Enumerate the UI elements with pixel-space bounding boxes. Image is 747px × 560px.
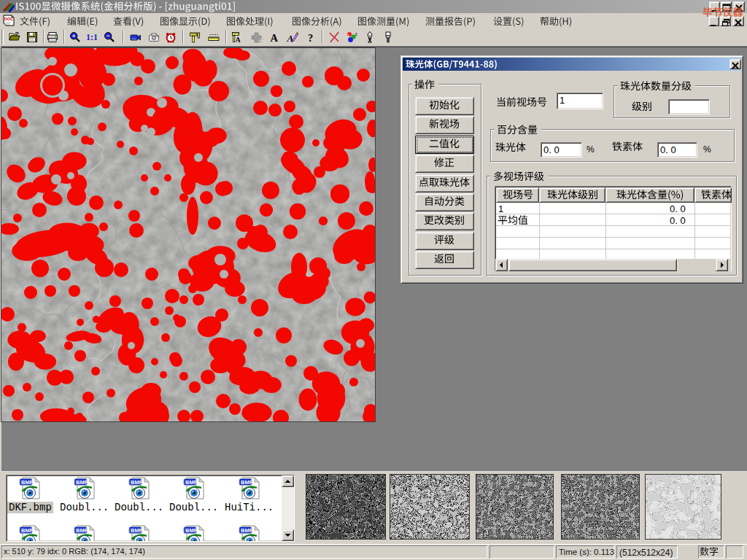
svg-text:BMP: BMP (241, 527, 253, 534)
svg-text:BMP: BMP (76, 479, 88, 486)
svg-text:BMP: BMP (21, 479, 34, 486)
svg-text:BMP: BMP (76, 527, 88, 534)
svg-text:DOC: DOC (4, 17, 13, 21)
svg-text:BMP: BMP (185, 479, 198, 486)
svg-text:BMP: BMP (241, 479, 253, 486)
svg-text:BMP: BMP (131, 479, 143, 486)
svg-text:BMP: BMP (131, 527, 143, 534)
svg-text:3: 3 (355, 32, 357, 36)
svg-text:1:1: 1:1 (86, 32, 97, 42)
svg-text:BMP: BMP (21, 527, 34, 534)
svg-text:A: A (271, 32, 279, 44)
svg-text:A: A (236, 36, 241, 44)
svg-text:?: ? (308, 32, 313, 44)
svg-text:1: 1 (347, 34, 349, 38)
svg-text:BMP: BMP (185, 527, 198, 534)
